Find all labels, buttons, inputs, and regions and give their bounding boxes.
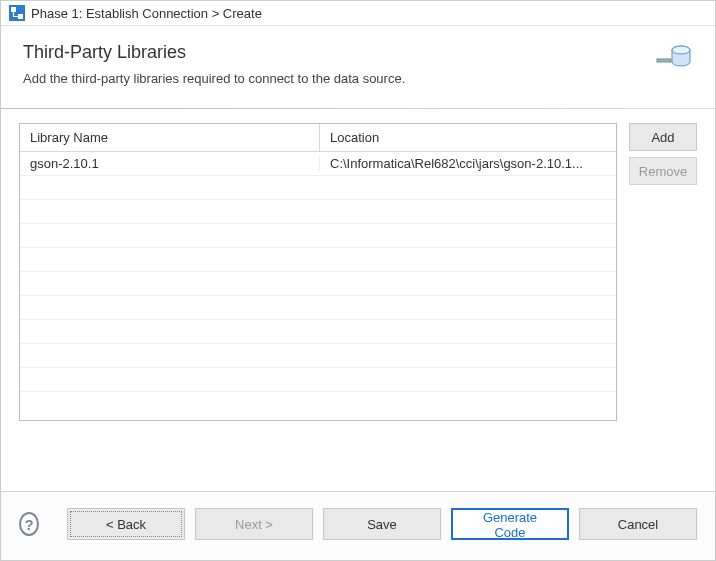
table-row-empty — [20, 368, 616, 392]
svg-rect-1 — [11, 7, 16, 12]
table-row-empty — [20, 320, 616, 344]
cell-library-name: gson-2.10.1 — [20, 156, 320, 171]
back-button[interactable]: < Back — [67, 508, 185, 540]
page-title: Third-Party Libraries — [23, 42, 693, 63]
side-buttons: Add Remove — [629, 123, 697, 421]
table-body: gson-2.10.1 C:\Informatica\Rel682\cci\ja… — [20, 152, 616, 420]
column-header-location[interactable]: Location — [320, 124, 616, 151]
table-row[interactable]: gson-2.10.1 C:\Informatica\Rel682\cci\ja… — [20, 152, 616, 176]
remove-button: Remove — [629, 157, 697, 185]
footer: ? < Back Next > Save Generate Code Cance… — [1, 492, 715, 560]
svg-rect-2 — [18, 14, 23, 19]
add-button[interactable]: Add — [629, 123, 697, 151]
page-subtitle: Add the third-party libraries required t… — [23, 71, 693, 86]
database-icon — [653, 40, 693, 77]
libraries-table[interactable]: Library Name Location gson-2.10.1 C:\Inf… — [19, 123, 617, 421]
svg-point-4 — [672, 46, 690, 54]
column-header-name[interactable]: Library Name — [20, 124, 320, 151]
help-icon[interactable]: ? — [19, 512, 39, 536]
svg-rect-5 — [657, 59, 671, 62]
cell-library-location: C:\Informatica\Rel682\cci\jars\gson-2.10… — [320, 156, 616, 171]
table-row-empty — [20, 272, 616, 296]
header: Third-Party Libraries Add the third-part… — [1, 26, 715, 108]
table-row-empty — [20, 296, 616, 320]
content-area: Library Name Location gson-2.10.1 C:\Inf… — [1, 109, 715, 491]
table-row-empty — [20, 248, 616, 272]
generate-code-button[interactable]: Generate Code — [451, 508, 569, 540]
cancel-button[interactable]: Cancel — [579, 508, 697, 540]
app-icon — [9, 5, 25, 21]
table-row-empty — [20, 176, 616, 200]
table-row-empty — [20, 344, 616, 368]
save-button[interactable]: Save — [323, 508, 441, 540]
titlebar: Phase 1: Establish Connection > Create — [1, 1, 715, 26]
table-row-empty — [20, 200, 616, 224]
next-button: Next > — [195, 508, 313, 540]
table-header: Library Name Location — [20, 124, 616, 152]
window-title: Phase 1: Establish Connection > Create — [31, 6, 262, 21]
table-row-empty — [20, 224, 616, 248]
